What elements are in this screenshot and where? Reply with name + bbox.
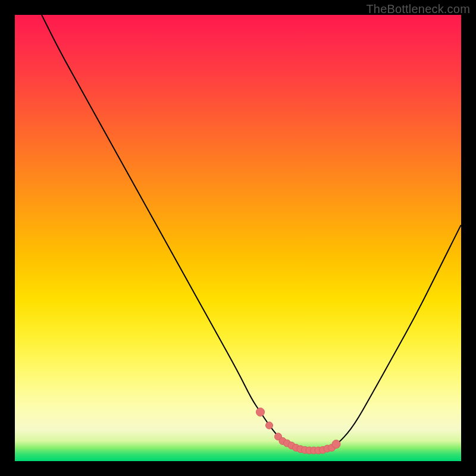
marker-dot <box>332 440 340 449</box>
marker-dot <box>256 408 265 416</box>
watermark-text: TheBottleneck.com <box>366 2 470 16</box>
optimal-markers <box>256 408 341 455</box>
marker-dot <box>266 422 273 429</box>
plot-area <box>15 15 461 461</box>
chart-frame: TheBottleneck.com <box>0 0 476 476</box>
chart-svg <box>15 15 461 461</box>
bottleneck-curve <box>42 15 461 450</box>
